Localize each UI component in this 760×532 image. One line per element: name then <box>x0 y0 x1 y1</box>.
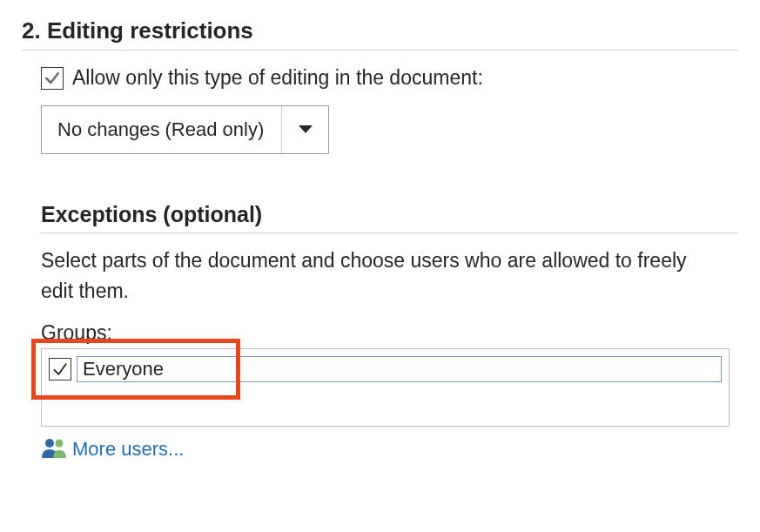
editing-type-dropdown[interactable]: No changes (Read only) <box>41 105 329 154</box>
users-icon <box>41 437 67 461</box>
groups-label: Groups: <box>22 321 738 345</box>
more-users-label: More users... <box>72 438 184 461</box>
editing-restrictions-heading: 2. Editing restrictions <box>22 17 738 50</box>
checkmark-icon <box>51 360 69 378</box>
svg-point-1 <box>56 440 64 448</box>
exceptions-description: Select parts of the document and choose … <box>22 246 718 306</box>
dropdown-toggle[interactable] <box>281 106 328 153</box>
chevron-down-icon <box>298 125 313 135</box>
divider <box>41 232 738 233</box>
allow-editing-checkbox[interactable] <box>41 67 64 90</box>
everyone-checkbox[interactable] <box>49 358 71 380</box>
allow-editing-label: Allow only this type of editing in the d… <box>72 66 483 90</box>
group-name-everyone[interactable]: Everyone <box>77 356 722 382</box>
allow-editing-row: Allow only this type of editing in the d… <box>22 66 738 90</box>
groups-panel: Everyone <box>41 348 730 427</box>
more-users-link[interactable]: More users... <box>41 437 738 461</box>
divider <box>22 50 738 51</box>
svg-point-0 <box>45 439 54 448</box>
checkmark-icon <box>44 70 61 87</box>
group-row-everyone: Everyone <box>42 349 729 389</box>
editing-type-value: No changes (Read only) <box>42 106 281 153</box>
exceptions-heading: Exceptions (optional) <box>22 202 738 232</box>
